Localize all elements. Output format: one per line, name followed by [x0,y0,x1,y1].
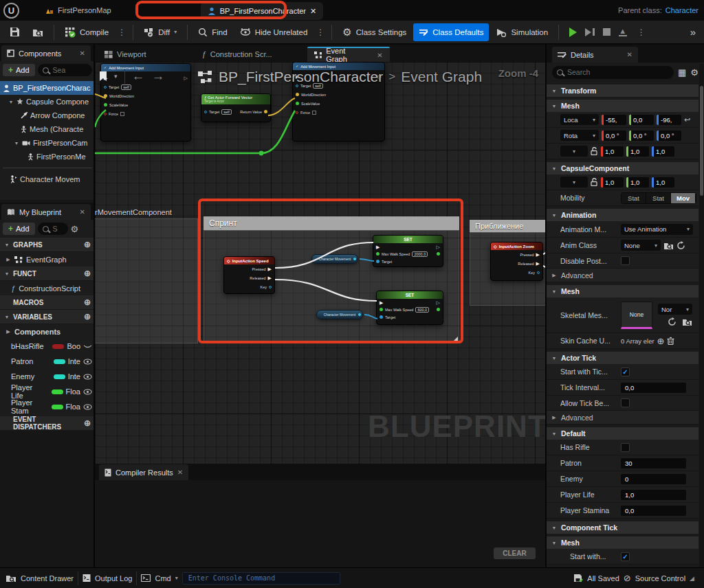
add-macro-icon[interactable]: ⊕ [84,297,91,307]
wire-world-direction[interactable] [268,98,295,115]
tab-firstpersonmap[interactable]: FirstPersonMap [38,0,118,21]
exec-out-pin[interactable]: ▷ [184,76,188,80]
content-drawer-button[interactable]: Content Drawer [6,574,74,583]
parent-class-value[interactable]: Character [666,6,698,14]
skeletal-mesh-thumbnail[interactable]: None [621,302,652,329]
add-blueprint-item-button[interactable]: +Add [3,223,35,235]
add-component-button[interactable]: +Add [3,64,35,76]
skeletal-mesh-dropdown[interactable]: Nor▾ [658,304,692,315]
mobility-movable-option[interactable]: Mov [671,193,696,203]
details-scrollbar[interactable] [699,64,704,567]
close-tab-icon[interactable]: ✕ [177,468,183,476]
has-rifle-checkbox[interactable] [621,443,630,452]
bookmark-dropdown-icon[interactable]: ▾ [114,73,118,80]
bookmark-icon[interactable] [99,71,107,82]
browse-asset-icon[interactable] [663,241,674,250]
key-pin[interactable] [537,271,540,274]
output-pin[interactable] [437,252,440,256]
expand-arrow-icon[interactable]: ▼ [14,141,19,146]
browse-asset-button[interactable] [27,23,49,41]
start-with-tick-checkbox[interactable]: ✓ [621,368,630,376]
target-pin[interactable] [104,86,107,89]
rotation-y-field[interactable]: 0,0 ° [629,131,654,141]
eye-icon[interactable] [83,359,92,365]
component-row-mesh[interactable]: Mesh (Characte [0,122,95,136]
section-mesh-2[interactable]: ▼Mesh [547,285,698,297]
output-log-button[interactable]: Output Log [82,574,132,583]
console-command-bar[interactable] [182,572,340,585]
close-panel-icon[interactable]: ✕ [80,49,85,57]
node-inputaction-speed[interactable]: ◇InputAction Speed Pressed▶ Released▶ Ke… [223,256,275,294]
add-array-element-icon[interactable]: ⊕ [657,336,665,346]
force-checkbox[interactable] [120,112,124,116]
scale-x-field[interactable]: 1,0 [601,177,624,188]
variable-row-player-life[interactable]: Player Life Floa [0,384,95,399]
node-character-movement-get-2[interactable]: Character Movement [316,310,363,319]
source-control-button[interactable]: ⊘ Source Control ◢ [624,573,694,583]
section-default[interactable]: ▼Default [547,427,698,440]
compile-options-kebab-icon[interactable]: ⋮ [116,27,128,37]
components-search-input[interactable] [52,65,87,75]
comment-resize-handle[interactable] [454,337,458,341]
class-defaults-button[interactable]: Class Defaults [413,23,489,41]
class-settings-button[interactable]: ⚙ Class Settings [337,23,412,41]
target-pin[interactable] [204,111,207,113]
released-exec-pin[interactable]: ▶ [536,261,540,266]
return-value-pin[interactable] [264,110,267,113]
max-walk-speed-pin[interactable] [376,252,380,256]
force-pin[interactable] [296,111,298,114]
component-row-firstpersonmesh[interactable]: FirstPersonMe [0,150,95,163]
scrollbar-thumb[interactable] [700,86,703,196]
eye-icon[interactable] [83,389,92,395]
rotation-z-field[interactable]: 0,0 ° [657,131,681,141]
player-stamina-field[interactable]: 0,0 [621,506,686,516]
anim-class-dropdown[interactable]: None▾ [621,240,661,251]
compiler-results-tab[interactable]: Compiler Results ✕ [99,464,188,480]
output-pin[interactable] [358,313,361,316]
unreal-logo-icon[interactable]: U [3,3,19,19]
node-set-max-walk-speed-walk[interactable]: SET ▶▷ Max Walk Speed600,0 Target [376,291,443,325]
simulation-button[interactable]: Simulation [490,23,553,41]
rotation-dropdown[interactable]: Rota▾ [560,130,599,141]
eventgraph-item[interactable]: ▶ EventGraph [0,252,95,267]
eye-icon[interactable] [83,404,92,410]
exec-out-pin[interactable]: ▷ [437,300,440,305]
frame-skip-button[interactable] [585,28,595,36]
scale-value-pin[interactable] [104,103,107,106]
save-button[interactable] [4,23,25,41]
component-row-character-movement[interactable]: Character Movem [0,172,95,186]
section-capsulecomponent[interactable]: ▼CapsuleComponent [547,162,698,174]
cmd-button[interactable]: Cmd▾ [141,574,177,583]
row-advanced-animation[interactable]: ▶Advanced [547,269,698,282]
tab-viewport[interactable]: Viewport [98,47,153,62]
mobility-static-option[interactable]: Stat [622,193,646,203]
use-selected-asset-icon[interactable] [676,241,685,250]
node-set-max-walk-speed-sprint[interactable]: SET ▶▷ Max Walk Speed2000,0 Target [373,235,443,267]
add-graph-icon[interactable]: ⊕ [84,240,91,249]
lock-open-icon[interactable] [591,178,598,186]
blueprint-settings-gear-icon[interactable]: ⚙ [71,224,79,234]
all-saved-button[interactable]: All Saved [573,574,619,583]
rotation-x-field[interactable]: 0,0 ° [602,131,626,141]
components-variable-group[interactable]: ▶Components [0,324,95,339]
reset-to-default-icon[interactable]: ↩ [684,115,690,124]
compile-button[interactable]: Compile [59,23,114,41]
comment-title-movementcomponent[interactable]: rMovementComponent [95,208,172,216]
macros-section-header[interactable]: ▼MACROS⊕ [0,295,95,310]
scale-y-field[interactable]: 1,0 [626,177,649,188]
expand-arrow-icon[interactable]: ▼ [8,100,14,104]
components-search[interactable] [38,64,92,76]
find-button[interactable]: Find [192,23,232,41]
disable-post-checkbox[interactable] [621,256,630,265]
diff-button[interactable]: Diff▾ [138,23,182,41]
close-panel-icon[interactable]: ✕ [627,51,632,58]
scale-dropdown[interactable]: ▾ [560,177,588,188]
breadcrumb-root[interactable]: BP_FirstPersonCharacter [219,69,383,85]
max-walk-speed-pin[interactable] [380,308,383,311]
section-actor-tick[interactable]: ▼Actor Tick [547,352,698,364]
add-dispatcher-icon[interactable]: ⊕ [84,418,91,428]
variable-row-enemy[interactable]: Enemy Inte [0,369,95,384]
variable-row-bhasrifle[interactable]: bHasRifle Boo [0,339,95,354]
eye-icon[interactable] [83,374,92,380]
exec-in-pin[interactable]: ▶ [380,300,383,305]
